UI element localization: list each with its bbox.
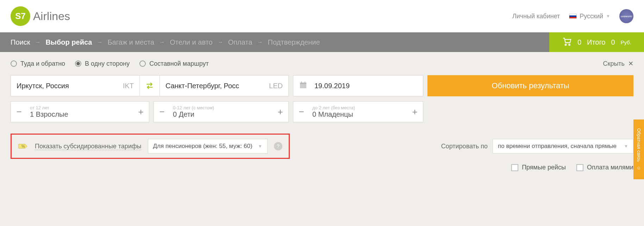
origin-value: Иркутск, Россия xyxy=(17,82,69,90)
brand-text: Airlines xyxy=(33,10,70,23)
adults-count: 1 xyxy=(30,110,34,118)
children-display: 0-12 лет (с местом) 0 Дети xyxy=(170,104,272,119)
miles-label: Оплата милями xyxy=(587,164,633,171)
arrow-right-icon: → xyxy=(257,39,263,45)
language-label: Русский xyxy=(580,13,603,20)
adults-hint: от 12 лет xyxy=(30,105,130,110)
origin-input[interactable]: Иркутск, Россия IKT xyxy=(11,75,139,96)
svg-point-0 xyxy=(565,44,567,45)
checkbox-icon xyxy=(511,164,518,171)
route-box: Иркутск, Россия IKT Санкт-Петербург, Рос… xyxy=(11,75,289,96)
arrow-right-icon: → xyxy=(97,39,102,45)
chat-icon: ☺ xyxy=(636,165,642,170)
infants-count: 0 xyxy=(312,110,316,118)
route-date-row: Иркутск, Россия IKT Санкт-Петербург, Рос… xyxy=(11,75,633,96)
direct-flights-checkbox[interactable]: Прямые рейсы xyxy=(511,164,566,171)
header: S7 Airlines Личный кабинет Русский ▼ one… xyxy=(0,0,644,32)
calendar-icon xyxy=(299,81,307,91)
passengers-row: − от 12 лет 1 Взрослые + − 0-12 лет (с м… xyxy=(11,101,633,122)
s7-logo-icon: S7 xyxy=(11,6,30,26)
pay-miles-checkbox[interactable]: Оплата милями xyxy=(576,164,633,171)
radio-oneway[interactable]: В одну сторону xyxy=(75,60,130,67)
bc-step-hotels: Отели и авто xyxy=(170,38,212,46)
update-results-button[interactable]: Обновить результаты xyxy=(427,75,633,96)
children-label: Дети xyxy=(179,110,194,118)
children-count: 0 xyxy=(173,110,177,118)
tag-icon: % xyxy=(18,143,29,150)
bc-step-search[interactable]: Поиск xyxy=(11,38,30,46)
destination-value: Санкт-Петербург, Росс xyxy=(165,82,239,90)
plus-button[interactable]: + xyxy=(407,102,423,122)
breadcrumb-steps: Поиск → Выбор рейса → Багаж и места → От… xyxy=(0,32,549,52)
svg-point-1 xyxy=(569,44,570,45)
radio-label: Туда и обратно xyxy=(20,60,65,67)
arrow-right-icon: → xyxy=(159,39,165,45)
minus-button[interactable]: − xyxy=(154,102,170,122)
feedback-tab[interactable]: Обратная связь ☺ xyxy=(633,120,644,179)
children-stepper: − 0-12 лет (с местом) 0 Дети + xyxy=(154,101,289,122)
adults-stepper: − от 12 лет 1 Взрослые + xyxy=(11,101,149,122)
cart-summary[interactable]: 0 Итого 0 Руб. xyxy=(549,32,644,52)
svg-rect-3 xyxy=(300,83,306,84)
help-icon[interactable]: ? xyxy=(274,142,282,150)
adults-label: Взрослые xyxy=(36,110,68,118)
sort-select-value: по времени отправления, сначала прямые xyxy=(498,143,617,150)
bc-step-flight[interactable]: Выбор рейса xyxy=(45,38,92,46)
radio-multi[interactable]: Составной маршрут xyxy=(139,60,209,67)
radio-label: В одну сторону xyxy=(85,60,130,67)
infants-label: Младенцы xyxy=(318,110,353,118)
radio-roundtrip[interactable]: Туда и обратно xyxy=(11,60,65,67)
date-input[interactable]: 19.09.2019 xyxy=(293,75,423,96)
cart-amount: 0 xyxy=(611,38,615,46)
trip-type-radio-group: Туда и обратно В одну сторону Составной … xyxy=(11,60,209,67)
arrow-right-icon: → xyxy=(35,39,40,45)
header-right: Личный кабинет Русский ▼ oneworld xyxy=(512,9,633,23)
destination-code: LED xyxy=(269,82,283,90)
minus-button[interactable]: − xyxy=(293,102,310,122)
destination-input[interactable]: Санкт-Петербург, Росс LED xyxy=(160,75,289,96)
subsidy-select[interactable]: Для пенсионеров (жен: 55, муж: 60) ▼ xyxy=(148,139,268,154)
subsidy-label[interactable]: Показать субсидированные тарифы xyxy=(35,143,142,150)
subsidy-highlight-box: % Показать субсидированные тарифы Для пе… xyxy=(11,134,290,159)
bc-step-payment: Оплата xyxy=(228,38,252,46)
cart-label: Итого xyxy=(587,38,605,46)
direct-label: Прямые рейсы xyxy=(522,164,566,171)
svg-text:%: % xyxy=(21,144,25,148)
arrow-right-icon: → xyxy=(218,39,223,45)
radio-label: Составной маршрут xyxy=(149,60,209,67)
trip-type-row: Туда и обратно В одну сторону Составной … xyxy=(11,60,633,67)
minus-button[interactable]: − xyxy=(11,102,27,122)
flag-ru-icon xyxy=(569,14,577,19)
filter-checks-row: Прямые рейсы Оплата милями xyxy=(0,159,644,180)
adults-display: от 12 лет 1 Взрослые xyxy=(27,104,133,119)
cart-currency: Руб. xyxy=(621,39,631,45)
plus-button[interactable]: + xyxy=(133,102,149,122)
infants-display: до 2 лет (без места) 0 Младенцы xyxy=(310,104,407,119)
date-value: 19.09.2019 xyxy=(314,82,350,90)
swap-button[interactable] xyxy=(139,75,160,96)
svg-rect-5 xyxy=(305,82,305,83)
sort-select[interactable]: по времени отправления, сначала прямые ▼ xyxy=(493,139,633,154)
chevron-down-icon: ▼ xyxy=(258,144,262,149)
logo[interactable]: S7 Airlines xyxy=(11,6,70,26)
bc-step-confirm: Подтверждение xyxy=(268,38,320,46)
breadcrumb: Поиск → Выбор рейса → Багаж и места → От… xyxy=(0,32,644,52)
language-selector[interactable]: Русский ▼ xyxy=(569,13,610,20)
search-form: Туда и обратно В одну сторону Составной … xyxy=(0,52,644,129)
infants-stepper: − до 2 лет (без места) 0 Младенцы + xyxy=(293,101,423,122)
chevron-down-icon: ▼ xyxy=(624,144,628,149)
checkbox-icon xyxy=(576,164,583,171)
chevron-down-icon: ▼ xyxy=(606,14,610,19)
hide-label: Скрыть xyxy=(603,60,625,67)
hide-form-link[interactable]: Скрыть ✕ xyxy=(603,60,633,67)
radio-icon xyxy=(75,60,81,67)
plus-button[interactable]: + xyxy=(272,102,288,122)
feedback-label: Обратная связь xyxy=(636,128,642,162)
infants-hint: до 2 лет (без места) xyxy=(312,105,404,110)
radio-icon xyxy=(139,60,146,67)
close-icon: ✕ xyxy=(628,60,633,67)
swap-icon xyxy=(145,81,154,90)
personal-cabinet-link[interactable]: Личный кабинет xyxy=(512,13,560,20)
bc-step-baggage: Багаж и места xyxy=(107,38,154,46)
origin-code: IKT xyxy=(123,82,134,90)
